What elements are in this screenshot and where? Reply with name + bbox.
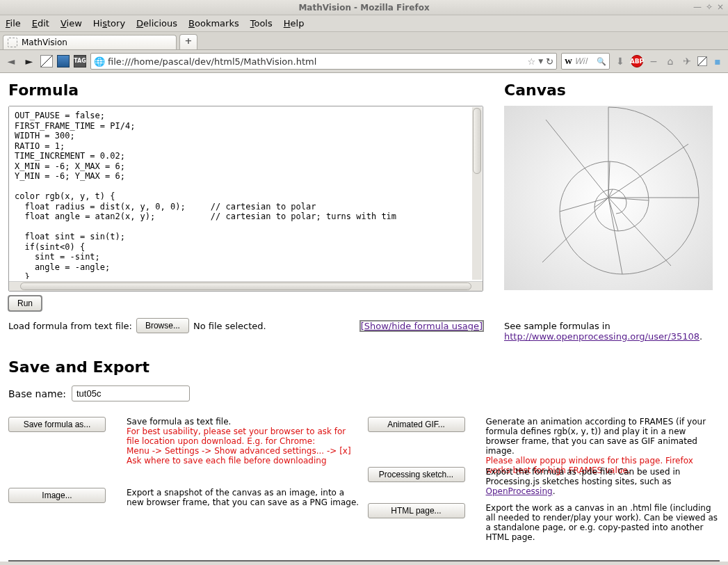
base-name-input[interactable] bbox=[72, 385, 190, 401]
see-sample-label: See sample formulas in bbox=[504, 321, 610, 331]
zoom-out-icon[interactable]: − bbox=[647, 56, 660, 67]
canvas-output bbox=[504, 106, 713, 290]
show-hide-usage-link[interactable]: [Show/hide formula usage] bbox=[360, 321, 483, 331]
formula-textarea[interactable] bbox=[9, 106, 483, 279]
openprocessing-link[interactable]: OpenProcessing bbox=[486, 486, 553, 496]
tab-label: MathVision bbox=[22, 38, 67, 47]
bookmark-tag-icon[interactable]: TAG bbox=[74, 55, 86, 67]
window-titlebar: MathVision - Mozilla Firefox — ✧ × bbox=[0, 0, 728, 15]
sketch-desc: Export the formula as .pde file. Can be … bbox=[486, 467, 681, 486]
spiral-icon bbox=[504, 106, 713, 290]
save-formula-button[interactable]: Save formula as... bbox=[8, 417, 106, 432]
menu-edit[interactable]: Edit bbox=[32, 18, 49, 29]
menubar: File Edit View History Delicious Bookmar… bbox=[0, 15, 728, 32]
window-title: MathVision - Mozilla Firefox bbox=[298, 3, 429, 13]
search-icon[interactable]: 🔍 bbox=[597, 57, 606, 66]
gif-desc1: Generate an animation according to FRAME… bbox=[486, 417, 706, 456]
bookmark-star-icon[interactable]: ☆ bbox=[528, 56, 536, 67]
close-icon[interactable]: × bbox=[717, 2, 724, 12]
extension-icon[interactable]: ▪ bbox=[711, 56, 724, 67]
menu-delicious[interactable]: Delicious bbox=[136, 18, 177, 29]
code-vertical-scrollbar[interactable] bbox=[472, 107, 482, 280]
url-dropdown-icon[interactable]: ▼ bbox=[538, 58, 543, 65]
menu-history[interactable]: History bbox=[93, 18, 125, 29]
code-container bbox=[8, 106, 483, 292]
send-icon[interactable]: ✈ bbox=[681, 56, 693, 67]
forward-button[interactable]: ► bbox=[22, 54, 36, 68]
code-horizontal-scrollbar[interactable] bbox=[9, 281, 483, 291]
back-button[interactable]: ◄ bbox=[4, 54, 18, 68]
page-content: Formula Run Load formula from text file:… bbox=[0, 73, 728, 562]
maximize-icon[interactable]: ✧ bbox=[706, 2, 713, 12]
canvas-heading: Canvas bbox=[504, 81, 720, 99]
search-engine-icon: W bbox=[565, 57, 572, 65]
image-desc: Export a snapshot of the canvas as an im… bbox=[127, 488, 361, 507]
html-desc: Export the work as a canvas in an .html … bbox=[486, 503, 720, 542]
adblock-icon[interactable]: ABP bbox=[631, 55, 643, 67]
load-from-file-label: Load formula from text file: bbox=[8, 321, 132, 331]
save-formula-desc1: Save formula as text file. bbox=[127, 417, 231, 427]
home-icon[interactable]: ⌂ bbox=[664, 56, 677, 67]
image-button[interactable]: Image... bbox=[8, 488, 106, 503]
reload-icon[interactable]: ↻ bbox=[546, 56, 553, 67]
delicious-small-icon[interactable] bbox=[697, 56, 707, 66]
globe-icon: 🌐 bbox=[94, 56, 105, 67]
menu-file[interactable]: File bbox=[6, 18, 21, 29]
formula-heading: Formula bbox=[8, 81, 483, 99]
animated-gif-button[interactable]: Animated GIF... bbox=[368, 417, 465, 432]
bookmark-app-icon[interactable] bbox=[57, 55, 70, 67]
base-name-label: Base name: bbox=[8, 388, 66, 399]
no-file-label: No file selected. bbox=[193, 321, 266, 331]
browse-button[interactable]: Browse... bbox=[136, 318, 189, 333]
menu-view[interactable]: View bbox=[60, 18, 82, 29]
tabbar: MathVision + bbox=[0, 32, 728, 50]
run-button[interactable]: Run bbox=[8, 296, 42, 311]
navbar: ◄ ► TAG 🌐 file:///home/pascal/dev/html5/… bbox=[0, 50, 728, 73]
url-text: file:///home/pascal/dev/html5/MathVision… bbox=[108, 56, 525, 67]
url-bar[interactable]: 🌐 file:///home/pascal/dev/html5/MathVisi… bbox=[90, 53, 557, 70]
menu-tools[interactable]: Tools bbox=[250, 18, 273, 29]
search-bar[interactable]: W Wil 🔍 bbox=[561, 53, 610, 70]
sample-url-link[interactable]: http://www.openprocessing.org/user/35108 bbox=[504, 331, 699, 342]
menu-bookmarks[interactable]: Bookmarks bbox=[188, 18, 239, 29]
save-formula-desc2: For best usability, please set your brow… bbox=[127, 427, 346, 446]
processing-sketch-button[interactable]: Processing sketch... bbox=[368, 467, 465, 482]
search-placeholder: Wil bbox=[574, 56, 594, 66]
save-export-heading: Save and Export bbox=[8, 358, 720, 376]
bookmark-delicious-icon[interactable] bbox=[40, 55, 53, 67]
html-page-button[interactable]: HTML page... bbox=[368, 503, 465, 518]
favicon-icon bbox=[8, 38, 17, 47]
minimize-icon[interactable]: — bbox=[693, 2, 702, 12]
new-tab-button[interactable]: + bbox=[179, 34, 197, 49]
download-icon[interactable]: ⬇ bbox=[614, 56, 626, 67]
tab-mathvision[interactable]: MathVision bbox=[3, 35, 177, 49]
save-formula-desc3: Menu -> Settings -> Show advanced settin… bbox=[127, 446, 351, 465]
menu-help[interactable]: Help bbox=[284, 18, 305, 29]
